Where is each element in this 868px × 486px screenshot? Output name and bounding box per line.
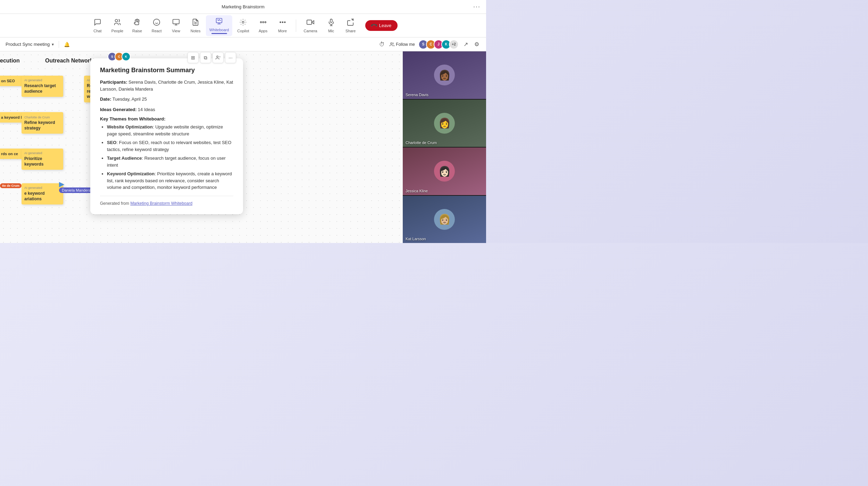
toolbar-more[interactable]: More [274, 16, 292, 35]
camera-label: Camera [304, 29, 317, 33]
meeting-title-area: Product Sync meeting ▾ [6, 42, 54, 47]
note-research-audience[interactable]: AI generated Research target audience [22, 76, 63, 97]
share-label: Share [345, 29, 356, 33]
svg-point-10 [262, 22, 264, 23]
raise-label: Raise [132, 29, 142, 33]
svg-point-12 [260, 22, 261, 23]
main-toolbar: Chat People Raise React View Notes [0, 14, 486, 37]
note-keyword-variations[interactable]: AI generated e keyword ariations [22, 183, 63, 204]
note-prioritize[interactable]: AI generated Prioritize keywords [22, 149, 63, 170]
toolbar-apps[interactable]: Apps [254, 16, 272, 35]
toolbar-people[interactable]: People [108, 16, 127, 35]
more-icon [279, 18, 286, 28]
footer-link[interactable]: Marketing Brainstorm Whiteboard [130, 201, 192, 206]
card-more-button[interactable]: ··· [225, 52, 236, 63]
follow-me-button[interactable]: Follow me [390, 42, 415, 47]
window-title: Marketing Brainstorm [222, 4, 265, 9]
whiteboard-icon [215, 17, 223, 27]
share-screen-icon[interactable]: ↗ [462, 40, 469, 49]
toolbar-copilot[interactable]: Copilot [234, 16, 252, 35]
cursor-arrow-icon: ▶ [59, 180, 64, 188]
card-date-section: Date: Tuesday, April 25 [100, 96, 233, 103]
toolbar-notes[interactable]: Notes [186, 16, 205, 35]
apps-icon [259, 18, 267, 28]
note-refine-keyword[interactable]: Charlotte de Crum Refine keyword strateg… [22, 112, 63, 134]
main-content: ecution Outreach Networking on SEO a key… [0, 51, 486, 243]
raise-icon [133, 18, 141, 28]
toolbar-share[interactable]: Share [342, 16, 360, 35]
section-execution: ecution [0, 58, 20, 64]
video-name-jessica: Jessica Kline [406, 189, 428, 193]
mic-label: Mic [328, 29, 334, 33]
timer-icon[interactable]: ⏱ [378, 40, 386, 49]
svg-point-0 [115, 19, 118, 22]
toolbar-whiteboard[interactable]: Whiteboard [206, 15, 232, 36]
svg-rect-17 [307, 20, 312, 24]
card-share-button[interactable] [212, 52, 224, 63]
copilot-summary-card: S C K ⊞ ⧉ ··· Marketing Brainstorm Summa… [90, 58, 243, 214]
sub-toolbar-right: ⏱ Follow me S C J K +2 ↗ ⚙ [378, 40, 481, 49]
svg-point-1 [153, 19, 160, 25]
chat-icon [94, 18, 101, 28]
video-tile-jessica: 👩🏻 Jessica Kline [403, 148, 486, 195]
card-copy-button[interactable]: ⧉ [200, 52, 211, 63]
react-label: React [152, 29, 162, 33]
svg-point-14 [282, 22, 283, 23]
video-tile-charlotte: 👩 Charlotte de Crum [403, 100, 486, 147]
card-participants-section: Participants: Serena Davis, Charlotte de… [100, 79, 233, 92]
theme-item-1: Website Optimization: Upgrade website de… [107, 124, 233, 137]
view-label: View [172, 29, 180, 33]
card-toolbar: ⊞ ⧉ ··· [187, 52, 236, 63]
title-bar: Marketing Brainstorm ··· [0, 0, 486, 14]
participants-label: Participants: [100, 79, 127, 85]
chat-label: Chat [93, 29, 101, 33]
copilot-label: Copilot [237, 29, 249, 33]
video-name-serena: Serena Davis [406, 93, 428, 97]
svg-rect-18 [330, 19, 332, 22]
toolbar-react[interactable]: React [148, 16, 166, 35]
date-value: Tuesday, April 25 [112, 97, 147, 102]
camera-icon [307, 18, 314, 28]
cursor-name-tag: Daniela Mandera [59, 187, 94, 193]
card-avatar-3: K [122, 52, 131, 61]
video-tile-kat: 👩🏼 Kat Larsson [403, 196, 486, 243]
copilot-icon [239, 18, 247, 28]
view-icon [172, 18, 180, 28]
svg-point-11 [265, 22, 266, 23]
video-name-charlotte: Charlotte de Crum [406, 141, 437, 145]
svg-point-15 [284, 22, 285, 23]
notes-label: Notes [191, 29, 201, 33]
avatar-count[interactable]: +2 [449, 40, 459, 49]
toolbar-mic[interactable]: Mic [322, 16, 340, 35]
svg-point-13 [280, 22, 281, 23]
lock-icon: 🔔 [64, 42, 70, 47]
toolbar-raise[interactable]: Raise [128, 16, 146, 35]
toolbar-camera[interactable]: Camera [300, 16, 321, 35]
leave-button[interactable]: 📞 Leave [365, 20, 398, 31]
svg-point-9 [242, 21, 244, 23]
theme-item-4: Keyword Optimization: Prioritize keyword… [107, 170, 233, 191]
card-ideas-section: Ideas Generated: 14 Ideas [100, 106, 233, 113]
themes-heading: Key Themes from Whiteboard: [100, 116, 233, 122]
whiteboard-canvas[interactable]: ecution Outreach Networking on SEO a key… [0, 51, 403, 243]
toolbar-separator [59, 41, 59, 48]
card-divider [100, 196, 233, 196]
video-panel: 👩🏾 Serena Davis 👩 Charlotte de Crum 👩🏻 J… [403, 51, 486, 243]
toolbar-chat[interactable]: Chat [89, 16, 107, 35]
more-label: More [278, 29, 287, 33]
card-themes-section: Key Themes from Whiteboard: Website Opti… [100, 116, 233, 191]
card-grid-button[interactable]: ⊞ [187, 52, 199, 63]
toolbar-view[interactable]: View [167, 16, 185, 35]
settings-icon[interactable]: ⚙ [473, 40, 481, 49]
video-name-kat: Kat Larsson [406, 237, 426, 241]
title-more-button[interactable]: ··· [473, 3, 481, 10]
meeting-title-chevron[interactable]: ▾ [52, 42, 54, 47]
meeting-title: Product Sync meeting [6, 42, 50, 47]
date-label: Date: [100, 97, 111, 102]
svg-point-22 [391, 42, 392, 44]
video-tile-serena: 👩🏾 Serena Davis [403, 51, 486, 99]
notes-icon [192, 18, 199, 28]
card-footer: Generated from Marketing Brainstorm Whit… [100, 201, 233, 206]
themes-list: Website Optimization: Upgrade website de… [107, 124, 233, 191]
svg-point-23 [217, 56, 218, 58]
